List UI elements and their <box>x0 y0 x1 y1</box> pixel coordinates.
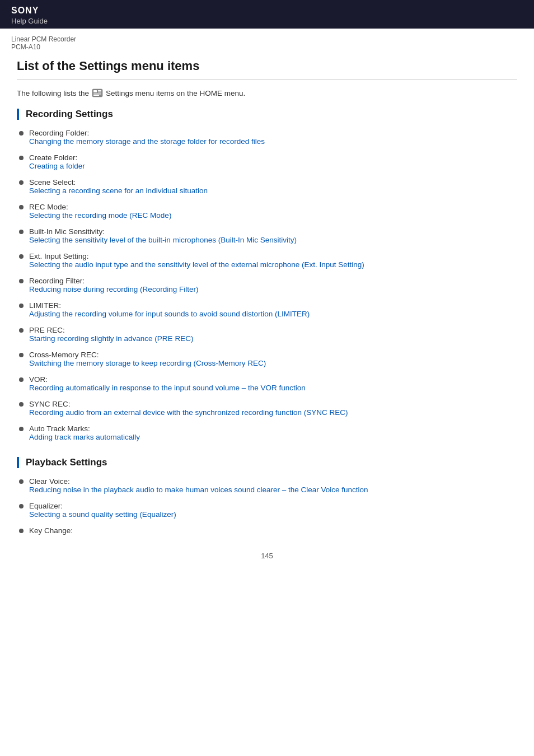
main-content: List of the Settings menu items The foll… <box>0 53 534 577</box>
item-content: Cross-Memory REC:Switching the memory st… <box>29 351 266 367</box>
bullet-icon <box>19 180 24 185</box>
list-item: Ext. Input Setting:Selecting the audio i… <box>17 252 517 269</box>
list-item: Cross-Memory REC:Switching the memory st… <box>17 351 517 367</box>
item-link[interactable]: Selecting a recording scene for an indiv… <box>29 186 208 195</box>
item-link[interactable]: Recording audio from an external device … <box>29 408 348 417</box>
item-label: VOR: <box>29 375 306 384</box>
item-link[interactable]: Adjusting the recording volume for input… <box>29 310 310 318</box>
bullet-icon <box>19 156 24 160</box>
item-content: Key Change: <box>29 526 73 535</box>
list-item: Clear Voice:Reducing noise in the playba… <box>17 477 517 494</box>
item-link[interactable]: Reducing noise in the playback audio to … <box>29 486 368 494</box>
page-title: List of the Settings menu items <box>17 59 517 80</box>
item-label: Equalizer: <box>29 502 176 510</box>
bullet-icon <box>19 328 24 333</box>
item-link[interactable]: Selecting the recording mode (REC Mode) <box>29 211 171 220</box>
bullet-icon <box>19 529 24 533</box>
item-content: Clear Voice:Reducing noise in the playba… <box>29 477 368 494</box>
item-content: Create Folder:Creating a folder <box>29 153 85 170</box>
bullet-icon <box>19 504 24 508</box>
item-link[interactable]: Selecting the sensitivity level of the b… <box>29 236 297 244</box>
item-content: REC Mode:Selecting the recording mode (R… <box>29 203 171 220</box>
list-item: Equalizer:Selecting a sound quality sett… <box>17 502 517 519</box>
bullet-icon <box>19 377 24 382</box>
svg-rect-3 <box>98 92 101 93</box>
item-label: Recording Folder: <box>29 129 265 137</box>
items-list-playback-settings: Clear Voice:Reducing noise in the playba… <box>17 477 517 535</box>
item-label: Recording Filter: <box>29 277 198 285</box>
bullet-icon <box>19 479 24 484</box>
bullet-icon <box>19 205 24 209</box>
items-list-recording-settings: Recording Folder:Changing the memory sto… <box>17 129 517 441</box>
bullet-icon <box>19 279 24 283</box>
device-type: Linear PCM Recorder <box>11 35 523 43</box>
intro-paragraph: The following lists the Settings menu it… <box>17 87 517 99</box>
list-item: VOR:Recording automatically in response … <box>17 375 517 392</box>
item-content: SYNC REC:Recording audio from an externa… <box>29 400 348 417</box>
bullet-icon <box>19 230 24 234</box>
sections-container: Recording SettingsRecording Folder:Chang… <box>17 109 517 535</box>
list-item: REC Mode:Selecting the recording mode (R… <box>17 203 517 220</box>
list-item: Auto Track Marks:Adding track marks auto… <box>17 424 517 441</box>
bullet-icon <box>19 427 24 431</box>
item-link[interactable]: Reducing noise during recording (Recordi… <box>29 285 198 293</box>
list-item: Recording Folder:Changing the memory sto… <box>17 129 517 146</box>
settings-icon <box>92 87 103 99</box>
item-link[interactable]: Selecting the audio input type and the s… <box>29 260 364 269</box>
list-item: SYNC REC:Recording audio from an externa… <box>17 400 517 417</box>
item-link[interactable]: Adding track marks automatically <box>29 433 140 441</box>
intro-text-before: The following lists the <box>17 89 89 97</box>
item-content: Built-In Mic Sensitivity:Selecting the s… <box>29 227 297 244</box>
item-label: Clear Voice: <box>29 477 368 486</box>
item-label: Cross-Memory REC: <box>29 351 266 359</box>
list-item: PRE REC:Starting recording slightly in a… <box>17 326 517 343</box>
intro-text-after: Settings menu items on the HOME menu. <box>106 89 245 97</box>
item-link[interactable]: Selecting a sound quality setting (Equal… <box>29 510 176 519</box>
item-label: Key Change: <box>29 526 73 535</box>
item-label: Scene Select: <box>29 178 208 186</box>
breadcrumb: Linear PCM Recorder PCM-A10 <box>0 29 534 53</box>
bullet-icon <box>19 353 24 357</box>
item-label: Built-In Mic Sensitivity: <box>29 227 297 236</box>
list-item: Key Change: <box>17 526 517 535</box>
list-item: LIMITER:Adjusting the recording volume f… <box>17 301 517 318</box>
section-recording-settings: Recording SettingsRecording Folder:Chang… <box>17 109 517 441</box>
item-content: Recording Filter:Reducing noise during r… <box>29 277 198 293</box>
item-link[interactable]: Recording automatically in response to t… <box>29 384 306 392</box>
section-title-recording-settings: Recording Settings <box>17 109 517 120</box>
item-link[interactable]: Changing the memory storage and the stor… <box>29 137 265 146</box>
list-item: Create Folder:Creating a folder <box>17 153 517 170</box>
section-playback-settings: Playback SettingsClear Voice:Reducing no… <box>17 457 517 535</box>
item-content: VOR:Recording automatically in response … <box>29 375 306 392</box>
item-label: REC Mode: <box>29 203 171 211</box>
item-content: PRE REC:Starting recording slightly in a… <box>29 326 193 343</box>
page-header: SONY Help Guide <box>0 0 534 29</box>
page-number: 145 <box>17 552 517 560</box>
item-link[interactable]: Creating a folder <box>29 162 85 170</box>
item-content: Ext. Input Setting:Selecting the audio i… <box>29 252 364 269</box>
item-label: SYNC REC: <box>29 400 348 408</box>
item-content: Auto Track Marks:Adding track marks auto… <box>29 424 140 441</box>
item-label: LIMITER: <box>29 301 310 310</box>
help-guide-label: Help Guide <box>11 17 523 25</box>
item-label: Auto Track Marks: <box>29 424 140 433</box>
item-content: Equalizer:Selecting a sound quality sett… <box>29 502 176 519</box>
svg-rect-4 <box>93 94 101 95</box>
item-link[interactable]: Starting recording slightly in advance (… <box>29 334 193 343</box>
svg-rect-1 <box>93 90 97 92</box>
list-item: Recording Filter:Reducing noise during r… <box>17 277 517 293</box>
section-title-playback-settings: Playback Settings <box>17 457 517 468</box>
bullet-icon <box>19 131 24 136</box>
list-item: Scene Select:Selecting a recording scene… <box>17 178 517 195</box>
item-content: LIMITER:Adjusting the recording volume f… <box>29 301 310 318</box>
brand-logo: SONY <box>11 6 523 16</box>
item-link[interactable]: Switching the memory storage to keep rec… <box>29 359 266 367</box>
svg-rect-5 <box>93 95 99 96</box>
item-label: Ext. Input Setting: <box>29 252 364 260</box>
svg-rect-2 <box>98 90 101 91</box>
item-label: PRE REC: <box>29 326 193 334</box>
bullet-icon <box>19 402 24 407</box>
item-content: Recording Folder:Changing the memory sto… <box>29 129 265 146</box>
item-content: Scene Select:Selecting a recording scene… <box>29 178 208 195</box>
bullet-icon <box>19 304 24 308</box>
